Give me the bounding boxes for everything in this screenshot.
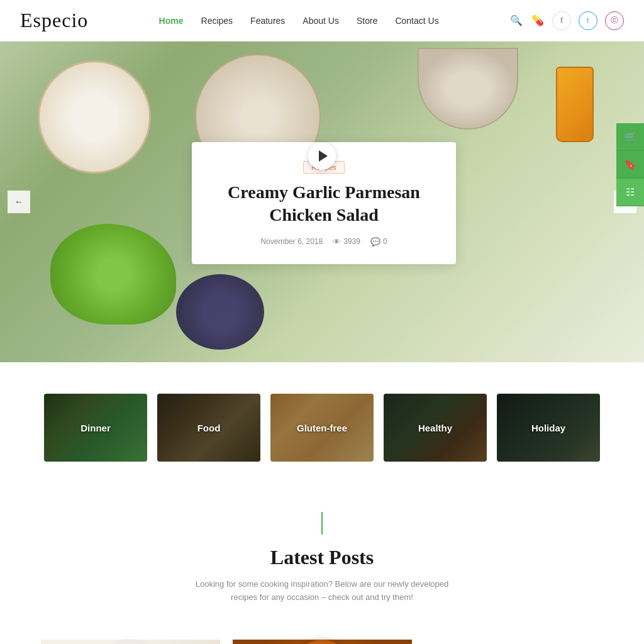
category-healthy-label: Healthy (418, 423, 452, 433)
header: Especio Home Recipes Features About Us S… (0, 0, 644, 42)
slide-meta: November 6, 2018 👁 3939 💬 0 (214, 237, 433, 247)
twitter-icon[interactable]: t (579, 11, 597, 30)
facebook-icon[interactable]: f (552, 11, 571, 30)
post-food-decoration-2 (294, 640, 350, 644)
header-actions: 🔍 💊 f t ⓒ (509, 11, 624, 30)
category-holiday[interactable]: Holiday (497, 394, 600, 462)
sidebar-btn-1[interactable]: 🛒 (616, 123, 644, 151)
category-dinner[interactable]: Dinner (44, 394, 147, 462)
views-icon: 👁 (333, 237, 341, 247)
instagram-icon[interactable]: ⓒ (605, 11, 624, 30)
search-icon[interactable]: 🔍 (509, 14, 523, 28)
comment-icon: 💬 (370, 237, 380, 247)
section-divider (321, 512, 323, 535)
category-holiday-overlay: Holiday (497, 394, 600, 462)
posts-grid (20, 627, 624, 644)
category-dinner-label: Dinner (80, 423, 111, 433)
slide-comments: 💬 0 (370, 237, 387, 247)
play-button[interactable] (308, 142, 336, 170)
hero-berries (176, 274, 264, 350)
nav-recipes[interactable]: Recipes (201, 16, 233, 26)
category-holiday-label: Holiday (531, 423, 565, 433)
nav-about[interactable]: About Us (303, 16, 339, 26)
categories-section: Dinner Food Gluten-free Healthy Holiday (0, 362, 644, 487)
category-food-label: Food (197, 423, 221, 433)
post-card-1-bg (41, 640, 220, 644)
latest-posts-section: Latest Posts Looking for some cooking in… (0, 487, 644, 644)
category-food-overlay: Food (157, 394, 260, 462)
right-sidebar: 🛒 🔖 ☷ (616, 123, 644, 206)
category-food[interactable]: Food (157, 394, 260, 462)
section-title: Latest Posts (20, 546, 624, 569)
nav-contact[interactable]: Contact Us (395, 16, 438, 26)
hero-jar (556, 67, 594, 142)
category-healthy[interactable]: Healthy (384, 394, 487, 462)
main-nav: Home Recipes Features About Us Store Con… (159, 16, 439, 26)
category-glutenfree-label: Gluten-free (297, 423, 347, 433)
hero-prev-arrow[interactable]: ← (8, 191, 30, 213)
post-card-2-bg (233, 640, 412, 644)
post-card-1[interactable] (41, 627, 220, 644)
hero-section: Recipes Creamy Garlic Parmesan Chicken S… (0, 42, 644, 362)
category-glutenfree[interactable]: Gluten-free (270, 394, 374, 462)
section-description: Looking for some cooking inspiration? Be… (190, 578, 454, 604)
nav-store[interactable]: Store (357, 16, 377, 26)
category-glutenfree-overlay: Gluten-free (270, 394, 374, 462)
nav-home[interactable]: Home (159, 16, 184, 26)
post-food-decoration-1 (105, 640, 155, 644)
post-card-3[interactable] (425, 627, 604, 644)
hero-plate-1 (38, 60, 151, 174)
category-healthy-overlay: Healthy (384, 394, 487, 462)
hero-greens (50, 224, 176, 325)
cart-icon[interactable]: 💊 (531, 14, 545, 28)
post-card-2[interactable] (233, 627, 412, 644)
sidebar-btn-3[interactable]: ☷ (616, 179, 644, 206)
categories-grid: Dinner Food Gluten-free Healthy Holiday (44, 394, 600, 462)
slide-date: November 6, 2018 (260, 237, 323, 246)
site-logo[interactable]: Especio (20, 9, 88, 32)
slide-views: 👁 3939 (333, 237, 360, 247)
slide-title: Creamy Garlic Parmesan Chicken Salad (214, 181, 433, 227)
sidebar-btn-2[interactable]: 🔖 (616, 151, 644, 179)
category-dinner-overlay: Dinner (44, 394, 147, 462)
nav-features[interactable]: Features (250, 16, 285, 26)
hero-bowl (418, 48, 518, 130)
